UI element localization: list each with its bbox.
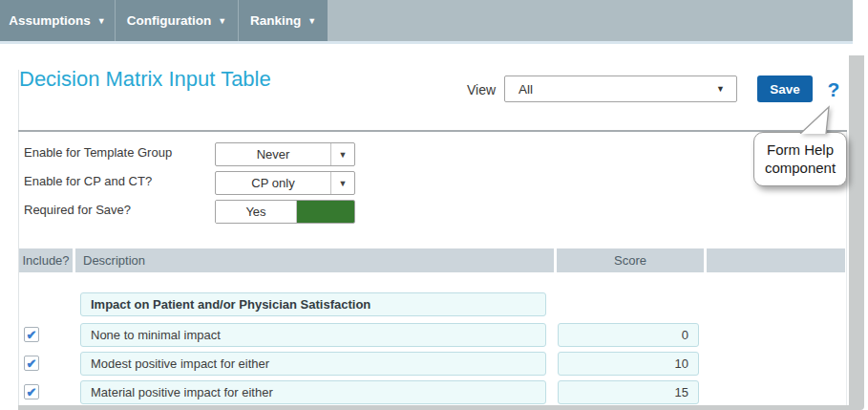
view-dropdown[interactable]: All ▼ <box>504 76 737 102</box>
form-label-template-group: Enable for Template Group <box>24 146 172 160</box>
description-input[interactable]: Material positive impact for either <box>80 380 546 404</box>
save-button[interactable]: Save <box>757 76 813 102</box>
view-dropdown-value: All <box>505 82 716 97</box>
check-icon: ✔ <box>27 385 37 399</box>
dropdown-value: Never <box>216 143 330 165</box>
caret-down-icon: ▼ <box>307 17 316 26</box>
form-label-required-save: Required for Save? <box>24 204 131 217</box>
toggle-green-segment <box>297 201 354 223</box>
dropdown-arrow-icon: ▼ <box>716 84 736 94</box>
nav-item-ranking[interactable]: Ranking ▼ <box>239 0 328 41</box>
nav-item-configuration[interactable]: Configuration ▼ <box>116 0 239 41</box>
nav-underline <box>0 41 853 44</box>
help-icon[interactable]: ? <box>822 76 845 103</box>
column-header-description: Description <box>75 248 554 272</box>
tooltip-pointer <box>789 100 838 134</box>
template-group-dropdown[interactable]: Never ▼ <box>215 142 355 166</box>
header-divider <box>18 130 847 132</box>
description-input[interactable]: None to minimal impact <box>80 323 546 347</box>
content-left-border <box>18 70 19 405</box>
include-checkbox[interactable]: ✔ <box>24 356 39 371</box>
caret-down-icon: ▼ <box>97 17 106 26</box>
include-checkbox[interactable]: ✔ <box>24 384 39 399</box>
score-input[interactable]: 15 <box>558 380 699 404</box>
description-input[interactable]: Modest positive impact for either <box>80 352 546 376</box>
column-header-include: Include? <box>19 248 73 272</box>
top-nav: Assumptions ▼ Configuration ▼ Ranking ▼ <box>0 0 853 41</box>
section-header-input[interactable]: Impact on Patient and/or Physician Satis… <box>80 292 546 316</box>
tooltip-line: component <box>754 159 846 177</box>
nav-item-label: Ranking <box>250 13 301 28</box>
nav-item-label: Configuration <box>127 13 211 28</box>
score-input[interactable]: 10 <box>558 352 699 376</box>
bottom-shadow-strip <box>18 405 849 410</box>
nav-item-label: Assumptions <box>9 13 91 28</box>
tooltip-line: Form Help <box>754 140 846 159</box>
include-checkbox[interactable]: ✔ <box>24 327 39 342</box>
page-title: Decision Matrix Input Table <box>19 67 271 92</box>
toggle-yes-label: Yes <box>216 201 297 223</box>
dropdown-value: CP only <box>216 172 330 194</box>
column-header-blank <box>707 248 845 272</box>
score-input[interactable]: 0 <box>558 323 699 347</box>
check-icon: ✔ <box>27 328 37 342</box>
dropdown-arrow-icon: ▼ <box>330 172 354 194</box>
check-icon: ✔ <box>27 356 37 371</box>
view-label: View <box>467 82 496 97</box>
cp-ct-dropdown[interactable]: CP only ▼ <box>215 171 355 195</box>
form-help-tooltip: Form Help component <box>753 132 847 186</box>
nav-item-assumptions[interactable]: Assumptions ▼ <box>0 0 116 41</box>
required-for-save-toggle[interactable]: Yes <box>215 200 355 224</box>
form-label-cp-ct: Enable for CP and CT? <box>24 175 152 188</box>
caret-down-icon: ▼ <box>218 17 226 26</box>
column-header-score: Score <box>557 248 704 272</box>
dropdown-arrow-icon: ▼ <box>330 143 354 165</box>
right-shadow-strip <box>849 55 864 410</box>
page: Assumptions ▼ Configuration ▼ Ranking ▼ … <box>0 0 868 410</box>
